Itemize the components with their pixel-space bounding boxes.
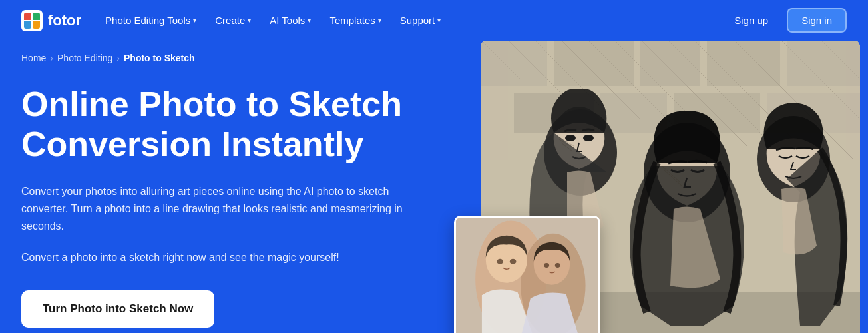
svg-rect-15 [640, 41, 700, 86]
svg-rect-14 [554, 41, 634, 86]
hero-title: Online Photo to Sketch Conversion Instan… [21, 85, 407, 165]
hero-description-1: Convert your photos into alluring art pi… [21, 183, 407, 236]
chevron-down-icon: ▾ [437, 17, 441, 24]
nav-menu: Photo Editing Tools ▾ Create ▾ AI Tools … [97, 9, 718, 31]
nav-photo-editing-tools[interactable]: Photo Editing Tools ▾ [97, 9, 204, 31]
signin-button[interactable]: Sign in [787, 8, 847, 33]
chevron-down-icon: ▾ [248, 17, 251, 24]
svg-rect-43 [456, 218, 598, 333]
svg-rect-13 [481, 41, 547, 86]
hero-left-content: Online Photo to Sketch Conversion Instan… [21, 79, 407, 328]
svg-point-25 [583, 135, 594, 141]
breadcrumb-separator: › [50, 53, 53, 63]
photo-thumbnail-image [456, 218, 598, 333]
logo[interactable]: fotor [21, 10, 81, 31]
svg-point-24 [565, 135, 576, 141]
hero-description-2: Convert a photo into a sketch right now … [21, 249, 407, 266]
navbar: fotor Photo Editing Tools ▾ Create ▾ AI … [0, 0, 868, 41]
signup-button[interactable]: Sign up [724, 9, 779, 31]
nav-ai-tools[interactable]: AI Tools ▾ [262, 9, 319, 31]
breadcrumb-current: Photo to Sketch [124, 53, 195, 63]
nav-support[interactable]: Support ▾ [392, 9, 449, 31]
cta-button[interactable]: Turn Photo into Sketch Now [21, 290, 214, 328]
logo-icon [21, 10, 43, 31]
nav-create[interactable]: Create ▾ [207, 9, 259, 31]
svg-rect-17 [787, 41, 860, 86]
breadcrumb-separator-2: › [116, 53, 120, 63]
original-photo-thumbnail [454, 216, 600, 333]
breadcrumb-photo-editing[interactable]: Photo Editing [57, 53, 112, 63]
hero-section: Home › Photo Editing › Photo to Sketch O… [0, 41, 868, 333]
brand-name: fotor [48, 12, 81, 29]
nav-actions: Sign up Sign in [724, 8, 847, 33]
chevron-down-icon: ▾ [308, 17, 311, 24]
photo-svg [456, 216, 598, 333]
breadcrumb-home[interactable]: Home [21, 53, 46, 63]
svg-rect-16 [707, 41, 780, 86]
hero-image-area [474, 41, 860, 333]
chevron-down-icon: ▾ [193, 17, 196, 24]
chevron-down-icon: ▾ [378, 17, 381, 24]
nav-templates[interactable]: Templates ▾ [322, 9, 389, 31]
